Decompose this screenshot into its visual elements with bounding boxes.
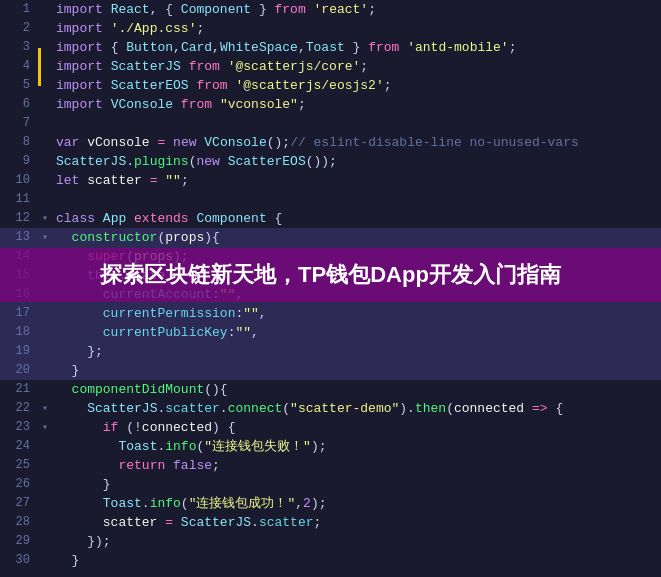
line-num-24: 24 [0,437,38,456]
code-line-7: 7 [0,114,661,133]
line-content-30: } [52,551,661,570]
line-num-8: 8 [0,133,38,152]
code-line-23: 23 ▾ if (!connected) { [0,418,661,437]
line-content-25: return false; [52,456,661,475]
line-content-22: ScatterJS.scatter.connect("scatter-demo"… [52,399,661,418]
line-num-5: 5 [0,76,38,95]
code-line-6: 6 import VConsole from "vconsole"; [0,95,661,114]
code-line-12: 12 ▾ class App extends Component { [0,209,661,228]
line-content-2: import './App.css'; [52,19,661,38]
code-line-17: 17 currentPermission:"", [0,304,661,323]
line-content-28: scatter = ScatterJS.scatter; [52,513,661,532]
code-line-26: 26 } [0,475,661,494]
line-num-21: 21 [0,380,38,399]
line-num-22: 22 [0,399,38,418]
code-line-21: 21 componentDidMount(){ [0,380,661,399]
code-line-25: 25 return false; [0,456,661,475]
code-line-13: 13 ▾ constructor(props){ [0,228,661,247]
code-line-1: 1 import React, { Component } from 'reac… [0,0,661,19]
line-content-26: } [52,475,661,494]
code-line-11: 11 [0,190,661,209]
line-content-29: }); [52,532,661,551]
code-line-18: 18 currentPublicKey:"", [0,323,661,342]
code-line-29: 29 }); [0,532,661,551]
line-content-18: currentPublicKey:"", [52,323,661,342]
line-num-20: 20 [0,361,38,380]
marker-22: ▾ [38,399,52,418]
code-line-9: 9 ScatterJS.plugins(new ScatterEOS()); [0,152,661,171]
code-line-24: 24 Toast.info("连接钱包失败！"); [0,437,661,456]
marker-13: ▾ [38,228,52,247]
line-num-1: 1 [0,0,38,19]
code-line-5: 5 import ScatterEOS from '@scatterjs/eos… [0,76,661,95]
line-content-13: constructor(props){ [52,228,661,247]
line-num-6: 6 [0,95,38,114]
code-line-30: 30 } [0,551,661,570]
line-content-24: Toast.info("连接钱包失败！"); [52,437,661,456]
line-content-8: var vConsole = new VConsole();// eslint-… [52,133,661,152]
code-line-10: 10 let scatter = ""; [0,171,661,190]
line-content-7 [52,114,661,133]
line-num-27: 27 [0,494,38,513]
code-line-20: 20 } [0,361,661,380]
code-line-8: 8 var vConsole = new VConsole();// eslin… [0,133,661,152]
line-content-5: import ScatterEOS from '@scatterjs/eosjs… [52,76,661,95]
line-content-6: import VConsole from "vconsole"; [52,95,661,114]
line-num-2: 2 [0,19,38,38]
code-line-4: 4 import ScatterJS from '@scatterjs/core… [0,57,661,76]
line-content-19: }; [52,342,661,361]
overlay-text: 探索区块链新天地，TP钱包DApp开发入门指南 [100,262,561,287]
line-content-3: import { Button,Card,WhiteSpace,Toast } … [52,38,661,57]
code-line-3: 3 import { Button,Card,WhiteSpace,Toast … [0,38,661,57]
line-content-21: componentDidMount(){ [52,380,661,399]
line-num-30: 30 [0,551,38,570]
line-content-9: ScatterJS.plugins(new ScatterEOS()); [52,152,661,171]
line-num-25: 25 [0,456,38,475]
line-content-27: Toast.info("连接钱包成功！",2); [52,494,661,513]
line-content-17: currentPermission:"", [52,304,661,323]
line-content-4: import ScatterJS from '@scatterjs/core'; [52,57,661,76]
marker-23: ▾ [38,418,52,437]
line-num-29: 29 [0,532,38,551]
line-num-17: 17 [0,304,38,323]
code-line-28: 28 scatter = ScatterJS.scatter; [0,513,661,532]
line-num-18: 18 [0,323,38,342]
line-num-13: 13 [0,228,38,247]
line-num-11: 11 [0,190,38,209]
line-num-10: 10 [0,171,38,190]
line-content-23: if (!connected) { [52,418,661,437]
line-content-11 [52,190,661,209]
code-line-19: 19 }; [0,342,661,361]
overlay-banner: 探索区块链新天地，TP钱包DApp开发入门指南 [0,248,661,302]
code-line-27: 27 Toast.info("连接钱包成功！",2); [0,494,661,513]
code-editor: 1 import React, { Component } from 'reac… [0,0,661,577]
marker-12: ▾ [38,209,52,228]
line-num-7: 7 [0,114,38,133]
line-num-3: 3 [0,38,38,57]
line-content-1: import React, { Component } from 'react'… [52,0,661,19]
line-content-20: } [52,361,661,380]
line-num-12: 12 [0,209,38,228]
line-num-19: 19 [0,342,38,361]
line-num-23: 23 [0,418,38,437]
line-num-26: 26 [0,475,38,494]
line-num-4: 4 [0,57,38,76]
line-content-10: let scatter = ""; [52,171,661,190]
code-line-2: 2 import './App.css'; [0,19,661,38]
line-content-12: class App extends Component { [52,209,661,228]
line-num-28: 28 [0,513,38,532]
code-line-22: 22 ▾ ScatterJS.scatter.connect("scatter-… [0,399,661,418]
line-num-9: 9 [0,152,38,171]
